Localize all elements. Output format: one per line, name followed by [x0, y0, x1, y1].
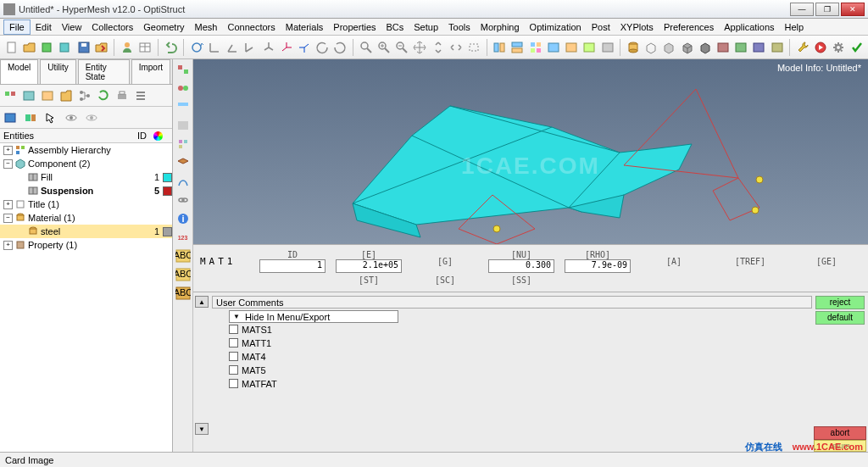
filter-mat-icon[interactable] [39, 87, 56, 104]
menu-post[interactable]: Post [587, 20, 615, 34]
axis-rev-icon[interactable] [296, 39, 312, 56]
rotate-icon[interactable] [188, 39, 204, 56]
axis-xyz-icon[interactable] [260, 39, 276, 56]
panel4-icon[interactable] [769, 39, 785, 56]
filter-refresh-icon[interactable] [95, 87, 112, 104]
minimize-button[interactable]: — [790, 3, 814, 16]
panel3-icon[interactable] [751, 39, 767, 56]
check-mats1[interactable]: MATS1 [229, 323, 812, 336]
disp1-icon[interactable] [492, 39, 508, 56]
tab-utility[interactable]: Utility [40, 59, 75, 84]
fit-width-icon[interactable] [448, 39, 464, 56]
vis-sys-icon[interactable] [175, 117, 192, 134]
vis-info-icon[interactable]: i [175, 210, 192, 227]
checkbox[interactable] [229, 325, 238, 334]
tree-property[interactable]: + Property (1) [0, 238, 172, 252]
field-nu[interactable]: 0.300 [488, 259, 554, 273]
pan-icon[interactable] [412, 39, 428, 56]
disp4-icon[interactable] [545, 39, 561, 56]
entity-tree[interactable]: + Assembly Hierarchy − Component (2) Fil… [0, 143, 172, 452]
import-solver-icon[interactable] [58, 39, 74, 56]
export-icon[interactable] [93, 39, 109, 56]
tree-material[interactable]: − Material (1) [0, 211, 172, 225]
vis-func-icon[interactable] [175, 173, 192, 190]
tree-header-entities[interactable]: Entities [3, 131, 126, 141]
scroll-down-icon[interactable]: ▼ [195, 423, 209, 435]
menu-applications[interactable]: Applications [719, 20, 779, 34]
check-matfat[interactable]: MATFAT [229, 377, 812, 390]
zoom-icon[interactable] [358, 39, 374, 56]
vis-layer-icon[interactable] [175, 154, 192, 171]
field-rho[interactable]: 7.9e-09 [565, 259, 631, 273]
menu-optimization[interactable]: Optimization [525, 20, 587, 34]
axis-xz-icon[interactable] [224, 39, 240, 56]
menu-connectors[interactable]: Connectors [222, 20, 280, 34]
sel-add-icon[interactable] [22, 109, 39, 126]
vis-abc3-icon[interactable]: ABC [175, 285, 192, 302]
color-swatch[interactable] [163, 173, 172, 182]
field-e[interactable]: 2.1e+05 [336, 259, 402, 273]
save-icon[interactable] [75, 39, 92, 56]
menu-morphing[interactable]: Morphing [476, 20, 525, 34]
color-swatch[interactable] [163, 186, 172, 196]
undo-icon[interactable] [163, 39, 179, 56]
vis-group-icon[interactable] [175, 136, 192, 153]
tree-fill[interactable]: Fill 1 [0, 170, 172, 184]
close-button[interactable]: ✕ [841, 3, 865, 16]
checkbox[interactable] [229, 352, 238, 361]
menu-preferences[interactable]: Preferences [659, 20, 719, 34]
scroll-up-icon[interactable]: ▲ [195, 296, 209, 308]
axis-yz-icon[interactable] [242, 39, 259, 56]
box-zoom-icon[interactable] [465, 39, 481, 56]
user-icon[interactable] [119, 39, 135, 56]
vis-abc2-icon[interactable]: ABC [175, 266, 192, 283]
tree-component[interactable]: − Component (2) [0, 157, 172, 170]
checkbox[interactable] [229, 365, 238, 375]
tab-model[interactable]: Model [0, 59, 38, 84]
expand-icon[interactable]: + [3, 241, 13, 250]
axis-icon[interactable] [278, 39, 294, 56]
menu-file[interactable]: File [3, 19, 31, 35]
tree-title[interactable]: + Title (1) [0, 197, 172, 211]
tree-assembly[interactable]: + Assembly Hierarchy [0, 143, 172, 157]
sel-eye2-icon[interactable] [83, 109, 100, 126]
expand-icon[interactable]: + [3, 200, 13, 209]
check-mat5[interactable]: MAT5 [229, 364, 812, 376]
vis-abc1-icon[interactable]: ABC [175, 247, 192, 264]
disp2-icon[interactable] [509, 39, 526, 56]
import-geom-icon[interactable] [39, 39, 55, 56]
run-icon[interactable] [813, 39, 829, 56]
comments-dropdown[interactable]: ▼Hide In Menu/Export [229, 310, 398, 323]
vis-comp-icon[interactable] [175, 61, 192, 78]
menu-properties[interactable]: Properties [328, 20, 381, 34]
zoom-out-icon[interactable] [394, 39, 410, 56]
table-icon[interactable] [137, 39, 153, 56]
axis-xy-icon[interactable] [206, 39, 222, 56]
menu-tools[interactable]: Tools [443, 20, 476, 34]
menu-setup[interactable]: Setup [409, 20, 443, 34]
vis-load-icon[interactable] [175, 98, 192, 115]
check-icon[interactable] [849, 39, 865, 56]
menu-bcs[interactable]: BCs [381, 20, 409, 34]
tree-header-id[interactable]: ID [126, 131, 147, 141]
cube1-icon[interactable] [643, 39, 659, 56]
vis-chain-icon[interactable] [175, 192, 192, 208]
zoom-in-icon[interactable] [376, 39, 392, 56]
graphics-viewport[interactable]: Model Info: Untitled* [193, 59, 868, 244]
disp6-icon[interactable] [581, 39, 598, 56]
sel-entity-icon[interactable] [2, 109, 19, 126]
collapse-icon[interactable]: − [3, 159, 13, 169]
maximize-button[interactable]: ❐ [815, 3, 839, 16]
open-icon[interactable] [21, 39, 37, 56]
menu-materials[interactable]: Materials [281, 20, 329, 34]
abort-button[interactable]: abort [814, 426, 866, 440]
menu-edit[interactable]: Edit [31, 20, 57, 34]
disp7-icon[interactable] [599, 39, 615, 56]
disp5-icon[interactable] [564, 39, 580, 56]
sel-eye-icon[interactable] [63, 109, 80, 126]
vis-set-icon[interactable] [175, 80, 192, 97]
checkbox[interactable] [229, 379, 238, 388]
menu-view[interactable]: View [57, 20, 87, 34]
field-id[interactable]: 1 [259, 259, 326, 273]
tree-steel[interactable]: steel 1 [0, 225, 172, 238]
